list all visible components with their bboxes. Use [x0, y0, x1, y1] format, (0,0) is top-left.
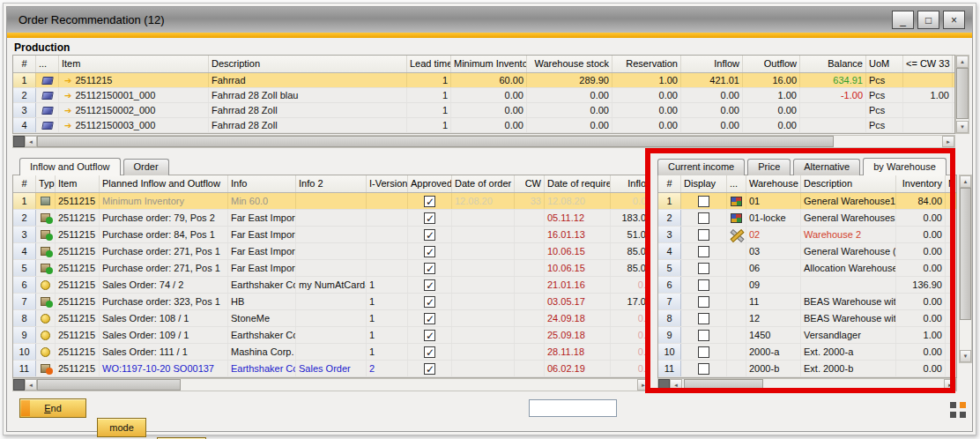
- scroll-left-icon[interactable]: ◄: [25, 379, 37, 391]
- table-row[interactable]: 4 2511215 Purchase order: 271, Pos 1 Far…: [13, 243, 650, 260]
- tab[interactable]: Order: [123, 159, 169, 175]
- approved-checkbox[interactable]: ✓: [424, 196, 435, 207]
- scroll-left-icon[interactable]: ◄: [670, 379, 682, 391]
- table-row[interactable]: 2 ➔25112150001_000 Fahrrad 28 Zoll blau …: [13, 88, 954, 103]
- column-header[interactable]: UoM: [866, 56, 903, 72]
- table-row[interactable]: 7 11 BEAS Warehouse with Bin 0.00: [658, 294, 956, 310]
- mode-button[interactable]: mode: [97, 418, 146, 437]
- table-row[interactable]: 3 02 Warehouse 2 0.00: [658, 227, 956, 243]
- scroll-track[interactable]: [956, 68, 969, 121]
- display-checkbox[interactable]: [698, 279, 709, 291]
- approved-checkbox[interactable]: ✓: [424, 212, 435, 224]
- minimize-button[interactable]: _: [892, 11, 914, 29]
- column-header[interactable]: #: [658, 175, 681, 192]
- column-header[interactable]: Planned Inflow and Outflow: [100, 175, 228, 192]
- scroll-thumb[interactable]: [684, 379, 763, 391]
- display-checkbox[interactable]: [698, 246, 709, 257]
- column-header[interactable]: Lead time: [407, 56, 451, 72]
- scroll-right-icon[interactable]: ►: [944, 379, 956, 391]
- table-row[interactable]: 1 2511215 Minimum Inventory Min 60.0 ✓ 1…: [13, 193, 650, 210]
- column-header[interactable]: Item: [59, 56, 209, 72]
- tab[interactable]: Price: [747, 159, 791, 175]
- display-checkbox[interactable]: [698, 229, 709, 241]
- table-row[interactable]: 1 ➔2511215 Fahrrad 1 60.00 289.90 1.00 4…: [13, 73, 954, 88]
- table-row[interactable]: 6 2511215 Sales Order: 74 / 2 Earthshake…: [13, 277, 650, 294]
- column-header[interactable]: I-Version: [367, 175, 408, 192]
- column-header[interactable]: Date of requiren: [545, 175, 611, 192]
- column-header[interactable]: Description: [801, 175, 896, 192]
- column-header[interactable]: ...: [727, 175, 746, 192]
- scroll-left-icon[interactable]: ◄: [25, 136, 37, 147]
- column-header[interactable]: ...: [36, 56, 59, 72]
- scrollbar-splitter[interactable]: [658, 379, 670, 391]
- approved-checkbox[interactable]: ✓: [424, 246, 435, 257]
- table-row[interactable]: 4 03 General Warehouse (03) 0.00: [658, 243, 956, 260]
- column-header[interactable]: Inflow: [681, 56, 743, 72]
- production-table-vscrollbar[interactable]: ▲ ▼: [955, 55, 969, 134]
- scroll-down-icon[interactable]: ▼: [960, 350, 971, 362]
- column-header[interactable]: #: [13, 56, 36, 72]
- table-row[interactable]: 6 09 136.90: [658, 277, 956, 294]
- display-checkbox[interactable]: [698, 263, 709, 274]
- production-table-hscrollbar[interactable]: ◄ ►: [12, 135, 955, 148]
- scroll-track[interactable]: [682, 379, 944, 391]
- tab[interactable]: Current income: [657, 159, 745, 175]
- display-checkbox[interactable]: [698, 330, 709, 341]
- table-row[interactable]: 9 2511215 Sales Order: 109 / 1 Earthshak…: [13, 327, 650, 344]
- tab[interactable]: Alternative: [793, 159, 860, 175]
- column-header[interactable]: Balance: [800, 56, 866, 72]
- display-checkbox[interactable]: [698, 363, 709, 375]
- scroll-right-icon[interactable]: ►: [942, 136, 954, 147]
- scroll-track[interactable]: [37, 379, 637, 391]
- table-row[interactable]: 5 2511215 Purchase order: 271, Pos 1 Far…: [13, 260, 650, 277]
- maximize-button[interactable]: □: [917, 11, 939, 29]
- scroll-track[interactable]: [960, 188, 971, 350]
- warehouse-table-vscrollbar[interactable]: ▲ ▼: [959, 175, 972, 363]
- column-header[interactable]: Inventory: [896, 175, 946, 192]
- column-header[interactable]: #: [13, 175, 36, 192]
- column-header[interactable]: Info 2: [296, 175, 367, 192]
- scroll-up-icon[interactable]: ▲: [956, 56, 969, 68]
- tab[interactable]: Inflow and Outflow: [19, 158, 121, 175]
- column-header[interactable]: Approved: [408, 175, 452, 192]
- column-header[interactable]: CW: [515, 175, 545, 192]
- warehouse-table-hscrollbar[interactable]: ◄ ►: [657, 378, 957, 391]
- column-header[interactable]: M: [946, 175, 956, 192]
- column-header[interactable]: Inflo: [611, 175, 650, 192]
- scrollbar-splitter[interactable]: [13, 136, 25, 147]
- display-checkbox[interactable]: [698, 296, 709, 308]
- table-row[interactable]: 10 2000-a Ext. 2000-a 0.00: [658, 344, 956, 361]
- column-header[interactable]: Typ: [36, 175, 56, 192]
- approved-checkbox[interactable]: ✓: [424, 279, 435, 291]
- approved-checkbox[interactable]: ✓: [424, 346, 435, 358]
- approved-checkbox[interactable]: ✓: [424, 330, 435, 341]
- table-row[interactable]: 7 2511215 Purchase order: 323, Pos 1 HB …: [13, 294, 650, 310]
- footer-input[interactable]: [529, 399, 617, 417]
- column-header[interactable]: Info: [228, 175, 296, 192]
- approved-checkbox[interactable]: ✓: [424, 313, 435, 324]
- table-row[interactable]: 8 12 BEAS Warehouse with Bin 0.00: [658, 310, 956, 327]
- column-header[interactable]: Warehouse stock: [527, 56, 612, 72]
- display-checkbox[interactable]: [698, 196, 709, 207]
- scroll-thumb[interactable]: [37, 379, 181, 391]
- table-row[interactable]: 11 2000-b Ext. 2000-b 0.00: [658, 361, 956, 377]
- scrollbar-splitter[interactable]: [13, 379, 25, 391]
- close-button[interactable]: ×: [943, 11, 965, 29]
- scroll-down-icon[interactable]: ▼: [956, 121, 969, 133]
- column-header[interactable]: Reservation: [612, 56, 681, 72]
- scroll-track[interactable]: [37, 136, 942, 147]
- window-resize-grip[interactable]: [950, 402, 966, 418]
- display-checkbox[interactable]: [698, 313, 709, 324]
- column-header[interactable]: Item: [56, 175, 100, 192]
- approved-checkbox[interactable]: ✓: [424, 229, 435, 241]
- approved-checkbox[interactable]: ✓: [424, 296, 435, 308]
- approved-checkbox[interactable]: ✓: [424, 263, 435, 274]
- column-header[interactable]: Display: [681, 175, 727, 192]
- column-header[interactable]: Outflow: [743, 56, 800, 72]
- scroll-thumb[interactable]: [956, 68, 969, 119]
- display-checkbox[interactable]: [698, 346, 709, 358]
- table-row[interactable]: 11 2511215 WO:1197-10-20 SO00137 Earthsh…: [13, 361, 650, 377]
- column-header[interactable]: Description: [209, 56, 407, 72]
- table-row[interactable]: 3 2511215 Purchase order: 84, Pos 1 Far …: [13, 227, 650, 243]
- scroll-thumb[interactable]: [960, 188, 971, 320]
